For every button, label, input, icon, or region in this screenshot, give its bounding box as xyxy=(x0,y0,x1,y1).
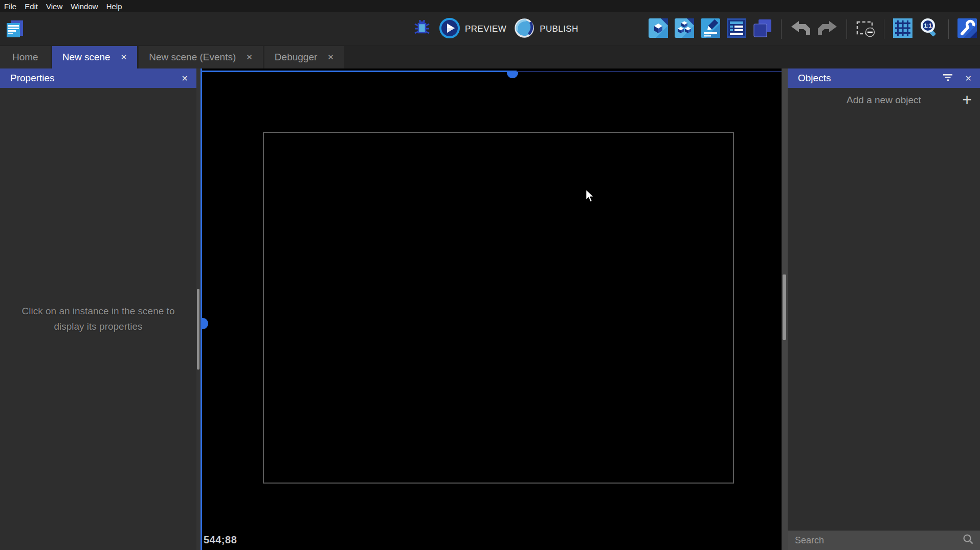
main-area: Properties ✕ Click on an instance in the… xyxy=(0,68,980,550)
right-splitter-handle[interactable] xyxy=(783,274,786,340)
left-splitter-handle[interactable] xyxy=(197,289,199,370)
search-icon xyxy=(963,534,974,547)
objects-panel-title: Objects xyxy=(798,73,943,84)
objects-search-input[interactable] xyxy=(788,535,963,546)
publish-label: PUBLISH xyxy=(540,24,578,34)
properties-panel-body: Click on an instance in the scene to dis… xyxy=(0,88,196,550)
tab-close-icon[interactable]: ✕ xyxy=(121,53,127,62)
tab-new-scene[interactable]: New scene ✕ xyxy=(52,46,138,68)
properties-empty-message: Click on an instance in the scene to dis… xyxy=(19,304,177,335)
properties-panel-header: Properties ✕ xyxy=(0,68,196,88)
menu-view[interactable]: View xyxy=(46,2,62,11)
project-manager-icon[interactable] xyxy=(4,19,25,41)
selection-left-handle[interactable] xyxy=(202,318,208,329)
main-toolbar: PREVIEW PUBLISH xyxy=(0,12,980,46)
editor-tab-bar: Home New scene ✕ New scene (Events) ✕ De… xyxy=(0,46,980,68)
add-object-label: Add a new object xyxy=(847,95,921,106)
toolbar-center-group: PREVIEW PUBLISH xyxy=(412,12,578,45)
properties-panel: Properties ✕ Click on an instance in the… xyxy=(0,68,196,550)
toolbar-separator xyxy=(847,19,847,39)
tab-new-scene-events-label: New scene (Events) xyxy=(149,52,236,63)
filter-icon[interactable] xyxy=(943,73,953,84)
toolbar-separator xyxy=(884,19,884,39)
selection-left-edge xyxy=(201,68,202,550)
selection-top-handle[interactable] xyxy=(507,72,518,78)
zoom-one-to-one-icon[interactable]: 1:1 xyxy=(919,18,940,40)
objects-panel-header: Objects ✕ xyxy=(788,68,980,88)
tab-debugger-label: Debugger xyxy=(275,52,317,63)
objects-panel: Objects ✕ Add a new object + xyxy=(788,68,980,550)
left-panel-splitter[interactable] xyxy=(196,68,201,550)
add-object-row[interactable]: Add a new object + xyxy=(788,88,980,112)
menu-help[interactable]: Help xyxy=(106,2,122,11)
preview-button[interactable]: PREVIEW xyxy=(439,17,506,41)
properties-pencil-icon[interactable] xyxy=(701,18,720,40)
tab-debugger[interactable]: Debugger ✕ xyxy=(264,46,344,68)
right-panel-splitter[interactable] xyxy=(782,68,788,550)
events-sheet-icon[interactable] xyxy=(727,18,746,40)
redo-icon[interactable] xyxy=(817,20,838,38)
tab-new-scene-label: New scene xyxy=(62,52,110,63)
tab-close-icon[interactable]: ✕ xyxy=(327,53,334,62)
publish-button[interactable]: PUBLISH xyxy=(514,17,578,41)
deselect-icon[interactable] xyxy=(856,18,875,40)
toolbar-separator xyxy=(781,19,782,39)
objects-close-icon[interactable]: ✕ xyxy=(965,74,972,83)
objects-header-icons: ✕ xyxy=(943,73,972,84)
objects-list-icon[interactable] xyxy=(649,18,668,40)
objects-list-empty-area xyxy=(788,112,980,531)
objects-search-bar xyxy=(788,531,980,550)
project-settings-wrench-icon[interactable] xyxy=(957,18,977,40)
properties-close-icon[interactable]: ✕ xyxy=(182,74,188,83)
instances-list-icon[interactable] xyxy=(675,18,694,40)
preview-label: PREVIEW xyxy=(465,24,506,34)
cursor-coordinates: 544;88 xyxy=(204,534,237,546)
tab-close-icon[interactable]: ✕ xyxy=(246,53,253,62)
mouse-cursor-icon xyxy=(585,189,595,205)
menu-bar: File Edit View Window Help xyxy=(0,0,980,12)
tab-new-scene-events[interactable]: New scene (Events) ✕ xyxy=(139,46,263,68)
selection-top-edge xyxy=(201,71,517,72)
publish-globe-icon xyxy=(514,17,535,41)
scene-canvas[interactable]: 544;88 xyxy=(201,68,782,550)
game-window-frame xyxy=(263,132,734,484)
menu-edit[interactable]: Edit xyxy=(25,2,38,11)
preview-play-icon xyxy=(439,17,460,41)
svg-text:1:1: 1:1 xyxy=(924,22,931,29)
toolbar-separator xyxy=(948,19,949,39)
grid-icon[interactable] xyxy=(893,18,912,40)
menu-file[interactable]: File xyxy=(4,2,16,11)
menu-window[interactable]: Window xyxy=(71,2,98,11)
debug-icon[interactable] xyxy=(412,18,432,40)
undo-icon[interactable] xyxy=(790,20,811,38)
toolbar-right-group: 1:1 xyxy=(649,12,977,45)
properties-panel-title: Properties xyxy=(10,73,182,84)
add-object-plus-icon[interactable]: + xyxy=(962,91,972,108)
tab-home-label: Home xyxy=(12,52,38,63)
tab-home[interactable]: Home xyxy=(0,46,51,68)
layers-icon[interactable] xyxy=(753,18,772,40)
